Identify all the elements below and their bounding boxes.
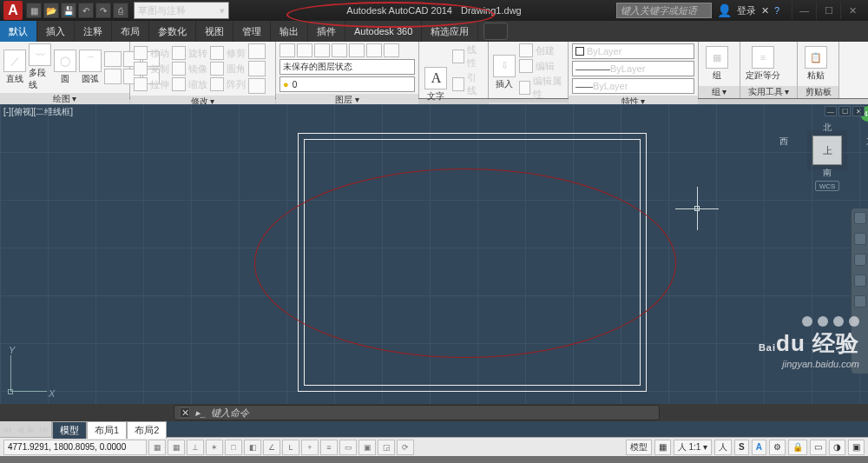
osnap-toggle[interactable]: □ <box>225 440 242 455</box>
line-button[interactable]: ／直线 <box>3 50 26 85</box>
status-grid-icon[interactable]: ▦ <box>654 440 671 455</box>
tab-manage[interactable]: 管理 <box>233 21 271 42</box>
tab-layout[interactable]: 布局 <box>112 21 149 42</box>
tab-featured[interactable]: 精选应用 <box>422 21 478 42</box>
snap-toggle[interactable]: ▦ <box>148 440 166 455</box>
fillet-button[interactable]: 圆角 <box>210 62 246 76</box>
qat-redo-icon[interactable]: ↷ <box>95 3 111 18</box>
nav-showmotion-icon[interactable] <box>854 295 866 308</box>
status-lock-icon[interactable]: 🔒 <box>788 440 807 455</box>
viewport-min-icon[interactable]: — <box>825 106 837 116</box>
edit-block-button[interactable]: 编辑 <box>519 59 564 73</box>
tpy-toggle[interactable]: ▭ <box>339 440 357 455</box>
tab-view[interactable]: 视图 <box>196 21 233 42</box>
close-icon[interactable]: ✕ <box>840 2 865 19</box>
login-label[interactable]: 登录 <box>737 4 756 17</box>
leader-button[interactable]: 引线 <box>452 71 484 97</box>
layer-state-dropdown[interactable]: 未保存的图层状态 <box>279 59 415 75</box>
group-button[interactable]: ▦组 <box>702 46 732 82</box>
viewcube-top[interactable]: 上 <box>812 136 842 165</box>
qat-new-icon[interactable]: ▦ <box>26 3 42 18</box>
layout-tab-nav[interactable]: ⏮◀▶⏭ <box>0 421 52 437</box>
array-button[interactable]: 阵列 <box>210 77 246 91</box>
viewport-label[interactable]: [-][俯视][二维线框] <box>3 106 73 118</box>
tab-model[interactable]: 模型 <box>52 421 87 439</box>
color-dropdown[interactable]: ByLayer <box>572 43 694 59</box>
panel-title-group[interactable]: 组 ▾ <box>699 86 740 98</box>
status-ws-icon[interactable]: ⚙ <box>769 440 786 455</box>
panel-title-clipboard[interactable]: 剪贴板 <box>798 86 838 98</box>
modelspace-button[interactable]: 模型 <box>626 440 652 455</box>
viewport-close-icon[interactable]: ✕ <box>852 106 865 116</box>
nav-zoom-icon[interactable] <box>854 254 866 266</box>
tab-output[interactable]: 输出 <box>271 21 308 42</box>
tab-layout2[interactable]: 布局2 <box>127 421 167 439</box>
viewport-max-icon[interactable]: ☐ <box>838 106 851 116</box>
ducs-toggle[interactable]: L <box>282 440 299 455</box>
layer-dropdown[interactable]: ●0 <box>279 76 415 92</box>
copy-button[interactable]: 复制 <box>134 62 169 76</box>
qat-save-icon[interactable]: 💾 <box>61 3 76 18</box>
viewcube-west[interactable]: 西 <box>779 136 788 165</box>
trim-button[interactable]: 修剪 <box>210 46 246 60</box>
view-cube[interactable]: 北 西 上 东 南 WCS <box>797 122 858 191</box>
status-clean-icon[interactable]: ▣ <box>848 440 865 455</box>
text-button[interactable]: A文字 <box>423 67 450 103</box>
qat-print-icon[interactable]: ⎙ <box>113 3 128 18</box>
status-isolate-icon[interactable]: ◑ <box>829 440 845 455</box>
viewcube-north[interactable]: 北 <box>823 122 832 134</box>
polar-toggle[interactable]: ✶ <box>206 440 223 455</box>
wcs-badge[interactable]: WCS <box>815 181 839 191</box>
stretch-button[interactable]: 拉伸 <box>134 77 169 91</box>
tab-annotate[interactable]: 注释 <box>75 21 112 42</box>
measure-button[interactable]: ≡定距等分 <box>744 46 782 82</box>
polyline-button[interactable]: 〰多段线 <box>29 43 51 91</box>
exchange-icon[interactable]: ✕ <box>761 5 769 17</box>
ribbon-minimize-icon[interactable] <box>483 23 508 40</box>
mirror-button[interactable]: 镜像 <box>172 62 207 76</box>
workspace-dropdown[interactable]: 草图与注释 ▾ <box>134 2 229 19</box>
help-search-input[interactable]: 键入关键字或短语 <box>616 3 712 18</box>
lineweight-dropdown[interactable]: —— ByLayer <box>572 78 694 94</box>
create-block-button[interactable]: 创建 <box>519 43 564 57</box>
app-menu-icon[interactable]: A <box>3 1 23 20</box>
nav-pan-icon[interactable] <box>854 233 866 245</box>
drawing-canvas[interactable]: 44 [-][俯视][二维线框] — ☐ ✕ /* grid generated… <box>0 104 868 404</box>
minimize-icon[interactable]: — <box>792 2 816 19</box>
linear-dim-button[interactable]: 线性 <box>452 43 484 69</box>
3dosnap-toggle[interactable]: ◧ <box>244 440 261 455</box>
lwt-toggle[interactable]: ≡ <box>320 440 338 455</box>
circle-button[interactable]: ◯圆 <box>54 50 76 85</box>
qat-open-icon[interactable]: 📂 <box>43 3 59 18</box>
status-orange-icon[interactable]: S <box>734 440 749 455</box>
am-toggle[interactable]: ⟳ <box>397 440 414 455</box>
tab-layout1[interactable]: 布局1 <box>87 421 127 439</box>
command-input[interactable]: ✕ ▸_ 键入命令 <box>174 405 660 420</box>
login-icon[interactable]: 👤 <box>717 3 732 17</box>
nav-wheel-icon[interactable] <box>854 212 866 224</box>
insert-button[interactable]: ⇩插入 <box>492 55 516 90</box>
nav-orbit-icon[interactable] <box>854 274 866 287</box>
tab-plugins[interactable]: 插件 <box>308 21 345 42</box>
tab-insert[interactable]: 插入 <box>37 21 75 42</box>
grid-toggle[interactable]: ▦ <box>168 440 185 455</box>
dyn-toggle[interactable]: + <box>301 440 319 455</box>
panel-title-draw[interactable]: 绘图 ▾ <box>0 93 129 105</box>
status-A-button[interactable]: A <box>752 440 766 455</box>
tab-parametric[interactable]: 参数化 <box>149 21 196 42</box>
paste-button[interactable]: 📋粘贴 <box>801 46 831 82</box>
edit-attr-button[interactable]: 编辑属性 <box>519 75 564 101</box>
viewcube-south[interactable]: 南 <box>823 167 832 179</box>
qp-toggle[interactable]: ▣ <box>358 440 376 455</box>
panel-title-utilities[interactable]: 实用工具 ▾ <box>740 86 797 98</box>
otrack-toggle[interactable]: ∠ <box>263 440 280 455</box>
move-button[interactable]: 移动 <box>134 46 169 60</box>
rotate-button[interactable]: 旋转 <box>172 46 207 60</box>
status-hardware-icon[interactable]: ▭ <box>810 440 826 455</box>
scale-button[interactable]: 缩放 <box>172 77 207 91</box>
ortho-toggle[interactable]: ⊥ <box>187 440 204 455</box>
tab-default[interactable]: 默认 <box>0 21 37 42</box>
coordinates-readout[interactable]: 4771.9291, 1800.8095, 0.0000 <box>3 440 147 455</box>
annovis-icon[interactable]: 人 <box>714 440 732 455</box>
maximize-icon[interactable]: ☐ <box>816 2 840 19</box>
